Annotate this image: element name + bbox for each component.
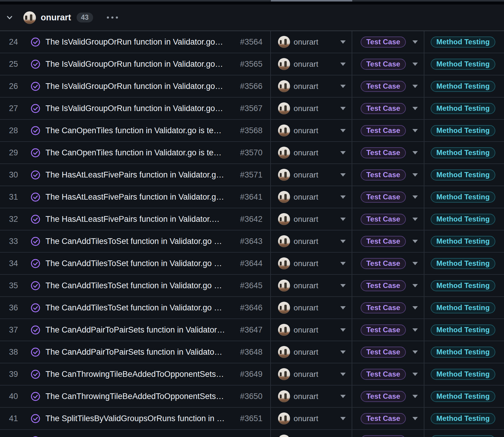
label-badge[interactable]: Method Testing [431, 59, 495, 70]
chevron-down-icon[interactable] [412, 417, 418, 420]
chevron-down-icon[interactable] [412, 218, 418, 221]
chevron-down-icon[interactable] [340, 373, 346, 376]
issue-title[interactable]: The CanAddTilesToSet function in Validat… [45, 303, 222, 312]
assignee-cell[interactable]: onurart [271, 120, 352, 141]
label-badge[interactable]: Method Testing [431, 81, 495, 92]
assignee-cell[interactable]: onurart [271, 164, 352, 186]
chevron-down-icon[interactable] [340, 107, 346, 110]
status-badge[interactable]: Test Case [361, 280, 406, 291]
status-badge[interactable]: Test Case [361, 147, 406, 158]
status-cell[interactable]: Test Case [352, 341, 424, 363]
issue-title[interactable]: The SplitTilesByValidGroupsOrRuns functi… [45, 414, 225, 423]
assignee-cell[interactable]: onurart [271, 253, 352, 274]
issue-title[interactable]: The CanAddPairToPairSets function in Val… [45, 325, 225, 335]
label-cell[interactable]: Method Testing [424, 408, 504, 429]
label-cell[interactable]: Method Testing [424, 98, 504, 119]
label-cell[interactable]: Method Testing [424, 120, 504, 141]
chevron-down-icon[interactable] [340, 129, 346, 132]
label-badge[interactable]: Method Testing [431, 192, 495, 203]
status-badge[interactable]: Test Case [361, 302, 406, 313]
label-cell[interactable]: Method Testing [424, 208, 504, 230]
label-badge[interactable]: Method Testing [431, 369, 495, 380]
status-badge[interactable]: Test Case [361, 37, 406, 48]
label-cell[interactable]: Method Testing [424, 186, 504, 208]
horizontal-scrollbar-thumb[interactable] [271, 0, 352, 1]
label-cell[interactable]: Method Testing [424, 363, 504, 385]
label-badge[interactable]: Method Testing [431, 391, 495, 402]
chevron-down-icon[interactable] [340, 240, 346, 243]
status-badge[interactable]: Test Case [361, 347, 406, 358]
label-cell[interactable]: Method Testing [424, 230, 504, 252]
chevron-down-icon[interactable] [340, 306, 346, 309]
chevron-down-icon[interactable] [340, 218, 346, 221]
chevron-down-icon[interactable] [412, 107, 418, 110]
label-cell[interactable]: Method Testing [424, 341, 504, 363]
status-badge[interactable]: Test Case [361, 435, 406, 437]
label-badge[interactable]: Method Testing [431, 214, 495, 225]
status-cell[interactable]: Test Case [352, 208, 424, 230]
status-cell[interactable]: Test Case [352, 53, 424, 75]
issue-title[interactable]: The CanThrowingTileBeAddedToOpponentSets… [45, 392, 224, 401]
label-badge[interactable]: Method Testing [431, 37, 495, 48]
label-badge[interactable]: Method Testing [431, 280, 495, 291]
status-cell[interactable]: Test Case [352, 75, 424, 97]
label-cell[interactable]: Method Testing [424, 319, 504, 341]
assignee-cell[interactable]: onurart [271, 363, 352, 385]
chevron-down-icon[interactable] [412, 350, 418, 354]
status-badge[interactable]: Test Case [361, 369, 406, 380]
chevron-down-icon[interactable] [340, 350, 346, 354]
issue-title[interactable]: The CanAddPairToPairSets function in Val… [45, 348, 222, 357]
issue-title[interactable]: The IsValidGroupOrRun function in Valida… [45, 60, 223, 69]
label-cell[interactable]: Method Testing [424, 430, 504, 437]
chevron-down-icon[interactable] [412, 195, 418, 199]
chevron-down-icon[interactable] [412, 63, 418, 66]
issue-title[interactable]: The CanAddTilesToSet function in Validat… [45, 281, 222, 290]
status-badge[interactable]: Test Case [361, 125, 406, 136]
label-cell[interactable]: Method Testing [424, 297, 504, 318]
chevron-down-icon[interactable] [412, 151, 418, 154]
chevron-down-icon[interactable] [412, 40, 418, 44]
assignee-cell[interactable]: onurart [271, 319, 352, 341]
status-badge[interactable]: Test Case [361, 81, 406, 92]
assignee-cell[interactable]: onurart [271, 31, 352, 53]
label-badge[interactable]: Method Testing [431, 236, 495, 247]
chevron-down-icon[interactable] [412, 240, 418, 243]
label-cell[interactable]: Method Testing [424, 275, 504, 296]
assignee-cell[interactable]: onurart [271, 186, 352, 208]
status-cell[interactable]: Test Case [352, 98, 424, 119]
label-cell[interactable]: Method Testing [424, 253, 504, 274]
assignee-cell[interactable]: onurart [271, 386, 352, 407]
label-badge[interactable]: Method Testing [431, 125, 495, 136]
label-badge[interactable]: Method Testing [431, 324, 495, 336]
chevron-down-icon[interactable] [412, 306, 418, 309]
status-badge[interactable]: Test Case [361, 413, 406, 424]
chevron-down-icon[interactable] [340, 40, 346, 44]
status-badge[interactable]: Test Case [361, 103, 406, 114]
label-cell[interactable]: Method Testing [424, 164, 504, 186]
status-cell[interactable]: Test Case [352, 430, 424, 437]
status-cell[interactable]: Test Case [352, 120, 424, 141]
label-badge[interactable]: Method Testing [431, 302, 495, 313]
label-badge[interactable]: Method Testing [431, 103, 495, 114]
chevron-down-icon[interactable] [340, 173, 346, 177]
status-cell[interactable]: Test Case [352, 31, 424, 53]
assignee-cell[interactable]: onurart [271, 297, 352, 318]
chevron-down-icon[interactable] [412, 129, 418, 132]
issue-title[interactable]: The CanAddTilesToSet function in Validat… [45, 237, 222, 246]
label-cell[interactable]: Method Testing [424, 31, 504, 53]
chevron-down-icon[interactable] [412, 373, 418, 376]
chevron-down-icon[interactable] [412, 85, 418, 88]
status-cell[interactable]: Test Case [352, 386, 424, 407]
chevron-down-icon[interactable] [412, 328, 418, 332]
issue-title[interactable]: The HasAtLeastFivePairs function in Vali… [45, 192, 224, 202]
status-badge[interactable]: Test Case [361, 214, 406, 225]
status-cell[interactable]: Test Case [352, 164, 424, 186]
status-badge[interactable]: Test Case [361, 169, 406, 180]
label-cell[interactable]: Method Testing [424, 53, 504, 75]
status-badge[interactable]: Test Case [361, 324, 406, 336]
assignee-cell[interactable]: onurart [271, 408, 352, 429]
label-cell[interactable]: Method Testing [424, 75, 504, 97]
chevron-down-icon[interactable] [340, 195, 346, 199]
status-badge[interactable]: Test Case [361, 236, 406, 247]
label-badge[interactable]: Method Testing [431, 258, 495, 269]
